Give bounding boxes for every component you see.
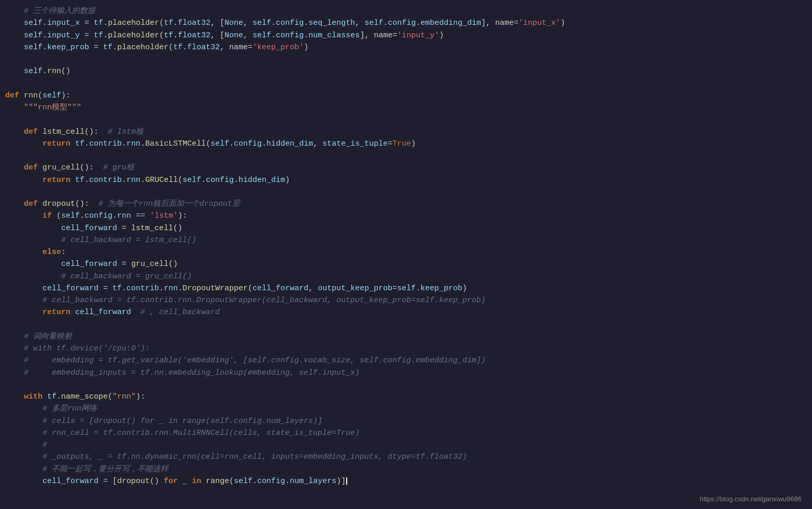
code-line-20: # cell_backward = lstm_cell() — [0, 234, 812, 246]
code-content: # 三个待输入的数据 self.input_x = tf.placeholder… — [0, 5, 812, 487]
code-line-18: if (self.config.rnn == 'lstm'): — [0, 210, 812, 222]
code-line-33: with tf.name_scope("rnn"): — [0, 391, 812, 403]
code-line-27 — [0, 319, 812, 331]
code-line-34: # 多层rnn网络 — [0, 403, 812, 415]
code-line-31: # embedding_inputs = tf.nn.embedding_loo… — [0, 367, 812, 379]
code-line-37: # — [0, 439, 812, 451]
code-line-30: # embedding = tf.get_variable('embedding… — [0, 355, 812, 366]
code-line-29: # with tf.device('/cpu:0'): — [0, 343, 812, 355]
code-line-26: return cell_forward # , cell_backward — [0, 306, 812, 318]
code-line-25: # cell_backward = tf.contrib.rnn.Dropout… — [0, 294, 812, 306]
code-line-39: # 不能一起写，要分开写，不能这样 — [0, 463, 812, 475]
code-line-10 — [0, 114, 812, 125]
code-line-9: """rnn模型""" — [0, 102, 812, 114]
code-line-17: def dropout(): # 为每一个rnn核后面加一个dropout层 — [0, 198, 812, 210]
code-line-23: # cell_backward = gru_cell() — [0, 271, 812, 282]
code-line-1: # 三个待输入的数据 — [0, 5, 812, 17]
code-line-3: self.input_y = tf.placeholder(tf.float32… — [0, 30, 812, 41]
code-line-4: self.keep_prob = tf.placeholder(tf.float… — [0, 41, 812, 53]
code-line-19: cell_forward = lstm_cell() — [0, 222, 812, 234]
code-line-13 — [0, 150, 812, 162]
code-line-40: cell_forward = [dropout() for _ in range… — [0, 475, 812, 487]
code-line-38: # _outputs, _ = tf.nn.dynamic_rnn(cell=r… — [0, 451, 812, 463]
code-line-7 — [0, 78, 812, 90]
code-line-35: # cells = [dropout() for _ in range(self… — [0, 415, 812, 427]
code-line-15: return tf.contrib.rnn.GRUCell(self.confi… — [0, 174, 812, 186]
code-line-11: def lstm_cell(): # lstm核 — [0, 126, 812, 138]
code-line-28: # 词向量映射 — [0, 331, 812, 343]
url-watermark: https://blog.csdn.net/ganxiwu9686 — [700, 495, 802, 503]
code-line-2: self.input_x = tf.placeholder(tf.float32… — [0, 17, 812, 29]
code-line-24: cell_forward = tf.contrib.rnn.DropoutWra… — [0, 282, 812, 294]
code-line-21: else: — [0, 246, 812, 258]
code-line-32 — [0, 379, 812, 391]
code-line-22: cell_forward = gru_cell() — [0, 258, 812, 270]
code-line-16 — [0, 186, 812, 198]
code-line-14: def gru_cell(): # gru核 — [0, 162, 812, 174]
code-editor: # 三个待输入的数据 self.input_x = tf.placeholder… — [0, 0, 812, 509]
code-line-6: self.rnn() — [0, 65, 812, 77]
code-line-36: # rnn_cell = tf.contrib.rnn.MultiRNNCell… — [0, 427, 812, 439]
code-line-12: return tf.contrib.rnn.BasicLSTMCell(self… — [0, 138, 812, 150]
code-line-5 — [0, 53, 812, 65]
code-line-8: def rnn(self): — [0, 90, 812, 102]
